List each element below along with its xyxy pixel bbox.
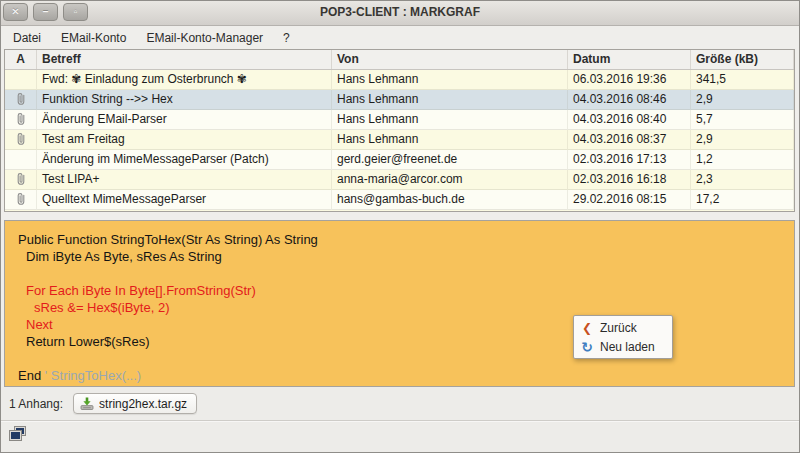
cell-attachment	[5, 70, 37, 90]
cell-groesse: 1,2	[691, 150, 794, 170]
cell-groesse: 2,9	[691, 130, 794, 150]
cell-attachment	[5, 90, 37, 110]
download-icon	[80, 397, 94, 410]
cell-von: hans@gambas-buch.de	[332, 190, 568, 210]
cell-von: Hans Lehmann	[332, 90, 568, 110]
attachment-bar: 1 Anhang: string2hex.tar.gz	[1, 387, 799, 420]
cell-attachment	[5, 170, 37, 190]
table-row[interactable]: Änderung im MimeMessageParser (Patch)ger…	[5, 150, 794, 170]
menu-item-email-konto[interactable]: EMail-Konto	[51, 28, 136, 48]
reload-icon: ↻	[580, 341, 594, 353]
table-row[interactable]: Fwd: ✾ Einladung zum Osterbrunch ✾Hans L…	[5, 70, 794, 90]
cell-datum: 04.03.2016 08:37	[568, 130, 691, 150]
cell-betreff: Änderung EMail-Parser	[37, 110, 332, 130]
cell-datum: 02.03.2016 16:18	[568, 170, 691, 190]
menu-item-help[interactable]: ?	[273, 28, 300, 48]
code-line	[18, 265, 794, 282]
cell-datum: 06.03.2016 19:36	[568, 70, 691, 90]
code-line: End ' StringToHex(...)	[18, 367, 794, 384]
code-line: Return Lower$(sRes)	[18, 333, 794, 350]
cell-betreff: Fwd: ✾ Einladung zum Osterbrunch ✾	[37, 70, 332, 90]
cell-datum: 04.03.2016 08:40	[568, 110, 691, 130]
paperclip-icon	[16, 132, 26, 146]
paperclip-icon	[16, 192, 26, 206]
attachment-count-label: 1 Anhang:	[9, 397, 63, 411]
cell-groesse: 2,3	[691, 170, 794, 190]
column-header-a[interactable]: A	[5, 50, 37, 69]
table-header: ABetreffVonDatumGröße (kB)	[5, 50, 794, 70]
table-row[interactable]: Quelltext MimeMessageParserhans@gambas-b…	[5, 190, 794, 210]
column-header-von[interactable]: Von	[332, 50, 568, 69]
code-line: For Each iByte In Byte[].FromString(Str)	[18, 282, 794, 299]
window-title: POP3-CLIENT : MARKGRAF	[1, 5, 799, 19]
column-header-betreff[interactable]: Betreff	[37, 50, 332, 69]
code-line: sRes &= Hex$(iByte, 2)	[18, 299, 794, 316]
cell-groesse: 17,2	[691, 190, 794, 210]
windows-stack-icon[interactable]	[9, 426, 29, 444]
context-menu-item-zur-ck[interactable]: ❮Zurück	[574, 318, 672, 337]
cell-betreff: Funktion String -->> Hex	[37, 90, 332, 110]
cell-groesse: 5,7	[691, 110, 794, 130]
cell-attachment	[5, 110, 37, 130]
cell-groesse: 2,9	[691, 90, 794, 110]
column-header-datum[interactable]: Datum	[568, 50, 691, 69]
context-menu-item-neu-laden[interactable]: ↻Neu laden	[574, 337, 672, 356]
cell-von: Hans Lehmann	[332, 70, 568, 90]
code-line: Public Function StringToHex(Str As Strin…	[18, 231, 794, 248]
context-menu: ❮Zurück↻Neu laden	[573, 315, 673, 359]
cell-groesse: 341,5	[691, 70, 794, 90]
code-line	[18, 350, 794, 367]
cell-betreff: Quelltext MimeMessageParser	[37, 190, 332, 210]
table-row[interactable]: Funktion String -->> HexHans Lehmann04.0…	[5, 90, 794, 110]
cell-datum: 29.02.2016 08:15	[568, 190, 691, 210]
statusbar	[1, 422, 799, 452]
table-row[interactable]: Test LIPA+anna-maria@arcor.com02.03.2016…	[5, 170, 794, 190]
paperclip-icon	[16, 92, 26, 106]
menubar: DateiEMail-KontoEMail-Konto-Manager?	[1, 27, 799, 48]
table-row[interactable]: Änderung EMail-ParserHans Lehmann04.03.2…	[5, 110, 794, 130]
cell-betreff: Änderung im MimeMessageParser (Patch)	[37, 150, 332, 170]
cell-von: anna-maria@arcor.com	[332, 170, 568, 190]
code-line: Dim iByte As Byte, sRes As String	[18, 248, 794, 265]
titlebar[interactable]: ✕ – ▫ POP3-CLIENT : MARKGRAF	[1, 1, 799, 26]
cell-datum: 04.03.2016 08:46	[568, 90, 691, 110]
table-body: Fwd: ✾ Einladung zum Osterbrunch ✾Hans L…	[5, 70, 794, 210]
cell-attachment	[5, 190, 37, 210]
cell-von: Hans Lehmann	[332, 130, 568, 150]
cell-von: gerd.geier@freenet.de	[332, 150, 568, 170]
cell-betreff: Test am Freitag	[37, 130, 332, 150]
app-window: ✕ – ▫ POP3-CLIENT : MARKGRAF DateiEMail-…	[0, 0, 800, 453]
attachment-button[interactable]: string2hex.tar.gz	[73, 393, 197, 414]
back-icon: ❮	[580, 321, 594, 335]
table-row[interactable]: Test am FreitagHans Lehmann04.03.2016 08…	[5, 130, 794, 150]
menu-item-email-konto-manager[interactable]: EMail-Konto-Manager	[136, 28, 273, 48]
cell-datum: 02.03.2016 17:13	[568, 150, 691, 170]
attachment-filename: string2hex.tar.gz	[99, 397, 187, 411]
column-header-gr-e-kb[interactable]: Größe (kB)	[691, 50, 794, 69]
cell-betreff: Test LIPA+	[37, 170, 332, 190]
paperclip-icon	[16, 172, 26, 186]
context-menu-label: Neu laden	[600, 340, 655, 354]
cell-von: Hans Lehmann	[332, 110, 568, 130]
cell-attachment	[5, 130, 37, 150]
mail-table: ABetreffVonDatumGröße (kB) Fwd: ✾ Einlad…	[4, 49, 795, 212]
code-line: Next	[18, 316, 794, 333]
cell-attachment	[5, 150, 37, 170]
message-body-view[interactable]: Public Function StringToHex(Str As Strin…	[4, 220, 795, 387]
context-menu-label: Zurück	[600, 321, 637, 335]
paperclip-icon	[16, 112, 26, 126]
menu-item-datei[interactable]: Datei	[3, 28, 51, 48]
